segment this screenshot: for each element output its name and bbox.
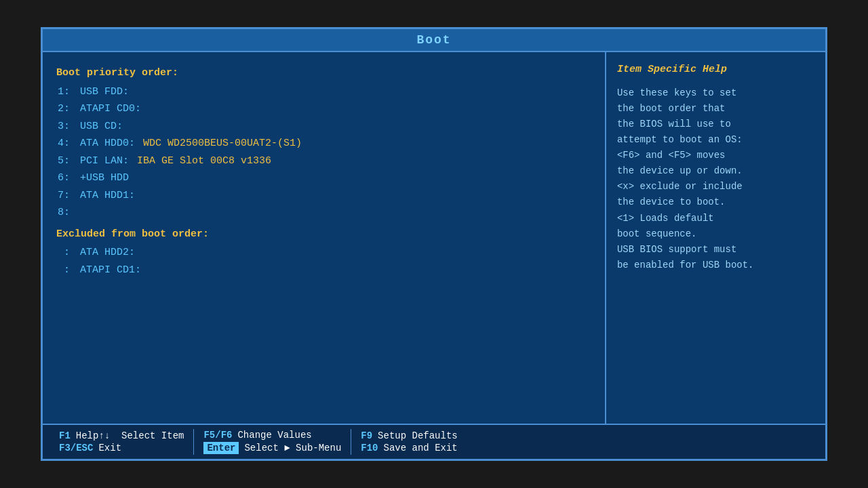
excluded-item-num: : xyxy=(56,262,70,279)
boot-item-num: 7: xyxy=(56,187,70,205)
footer-row-f9: F9 Setup Defaults xyxy=(361,430,457,441)
help-line: <F6> and <F5> moves xyxy=(617,148,814,163)
bios-help-panel: Item Specific Help Use these keys to set… xyxy=(606,52,825,424)
boot-item-detail: IBA GE Slot 00C8 v1336 xyxy=(137,152,271,170)
boot-item-num: 4: xyxy=(56,135,70,152)
key-f5f6[interactable]: F5/F6 xyxy=(203,430,232,441)
bios-body: Boot priority order: 1: USB FDD:2: ATAPI… xyxy=(43,52,825,424)
key-f1[interactable]: F1 xyxy=(59,430,71,441)
boot-item-num: 2: xyxy=(56,100,70,118)
boot-item-device: ATAPI CD0: xyxy=(74,100,141,118)
help-line: be enabled for USB boot. xyxy=(617,258,814,273)
footer-row-f1: F1 Help↑↓ Select Item xyxy=(59,430,184,441)
help-line: attempt to boot an OS: xyxy=(617,132,814,148)
help-line: <1> Loads default xyxy=(617,211,814,226)
boot-item-device: USB FDD: xyxy=(74,83,129,101)
excluded-item[interactable]: : ATAPI CD1: xyxy=(56,262,591,279)
help-line: the device up or down. xyxy=(617,163,814,179)
boot-item-num: 3: xyxy=(56,118,70,136)
bios-window: Boot Boot priority order: 1: USB FDD:2: … xyxy=(41,27,827,461)
boot-item[interactable]: 4: ATA HDD0:WDC WD2500BEUS-00UAT2-(S1) xyxy=(56,135,591,152)
boot-item-device: PCI LAN: xyxy=(74,152,129,170)
footer-row-enter: Enter Select ► Sub-Menu xyxy=(203,442,341,454)
desc-submenu: Select ► Sub-Menu xyxy=(244,443,341,453)
help-line: boot sequence. xyxy=(617,226,814,242)
excluded-label: Excluded from boot order: xyxy=(56,226,591,243)
desc-help: Help↑↓ Select Item xyxy=(76,430,184,441)
excluded-item-device: ATA HDD2: xyxy=(74,244,135,262)
help-line: <x> exclude or include xyxy=(617,179,814,195)
boot-item-device: ATA HDD0: xyxy=(74,135,135,152)
help-title: Item Specific Help xyxy=(617,62,814,79)
footer-row-f5f6: F5/F6 Change Values xyxy=(203,430,341,441)
boot-items-list: 1: USB FDD:2: ATAPI CD0:3: USB CD:4: ATA… xyxy=(56,83,591,222)
boot-item[interactable]: 1: USB FDD: xyxy=(56,83,591,101)
key-enter[interactable]: Enter xyxy=(203,442,239,454)
boot-item[interactable]: 2: ATAPI CD0: xyxy=(56,100,591,118)
boot-item-device: USB CD: xyxy=(74,118,123,136)
boot-item-device xyxy=(74,204,80,222)
key-f3esc[interactable]: F3/ESC xyxy=(59,443,93,453)
help-text: Use these keys to setthe boot order that… xyxy=(617,85,814,273)
boot-item[interactable]: 5: PCI LAN:IBA GE Slot 00C8 v1336 xyxy=(56,152,591,170)
boot-item-detail: WDC WD2500BEUS-00UAT2-(S1) xyxy=(143,135,302,152)
help-line: USB BIOS support must xyxy=(617,242,814,258)
footer-row-f3: F3/ESC Exit xyxy=(59,443,184,453)
boot-item-num: 8: xyxy=(56,204,70,222)
excluded-item-num: : xyxy=(56,244,70,262)
boot-item[interactable]: 7: ATA HDD1: xyxy=(56,187,591,205)
desc-exit: Exit xyxy=(98,443,121,453)
bios-footer: F1 Help↑↓ Select Item F3/ESC Exit F5/F6 … xyxy=(43,424,825,459)
bios-section-title: Boot xyxy=(43,29,825,52)
help-line: the BIOS will use to xyxy=(617,117,814,132)
desc-setup-defaults: Setup Defaults xyxy=(378,430,458,441)
boot-item-num: 6: xyxy=(56,169,70,187)
boot-item-num: 5: xyxy=(56,152,70,170)
boot-item[interactable]: 3: USB CD: xyxy=(56,118,591,136)
key-f10[interactable]: F10 xyxy=(361,443,378,453)
excluded-item[interactable]: : ATA HDD2: xyxy=(56,244,591,262)
help-line: the device to boot. xyxy=(617,195,814,210)
desc-save-exit: Save and Exit xyxy=(384,443,458,453)
boot-item-device: +USB HDD xyxy=(74,169,129,187)
boot-item-num: 1: xyxy=(56,83,70,101)
key-f9[interactable]: F9 xyxy=(361,430,372,441)
boot-item-device: ATA HDD1: xyxy=(74,187,135,205)
desc-change-values: Change Values xyxy=(237,430,311,441)
boot-item[interactable]: 8: xyxy=(56,204,591,222)
footer-group-1: F1 Help↑↓ Select Item F3/ESC Exit xyxy=(50,425,193,459)
help-line: Use these keys to set xyxy=(617,85,814,101)
boot-item[interactable]: 6: +USB HDD xyxy=(56,169,591,187)
boot-priority-label: Boot priority order: xyxy=(56,64,591,82)
excluded-items-list: : ATA HDD2: : ATAPI CD1: xyxy=(56,244,591,279)
footer-group-2: F5/F6 Change Values Enter Select ► Sub-M… xyxy=(194,425,351,459)
footer-group-3: F9 Setup Defaults F10 Save and Exit xyxy=(351,425,467,459)
footer-row-f10: F10 Save and Exit xyxy=(361,443,457,453)
help-line: the boot order that xyxy=(617,101,814,117)
excluded-item-device: ATAPI CD1: xyxy=(74,262,141,279)
section-title-text: Boot xyxy=(416,33,451,47)
bios-main-panel: Boot priority order: 1: USB FDD:2: ATAPI… xyxy=(43,52,606,424)
